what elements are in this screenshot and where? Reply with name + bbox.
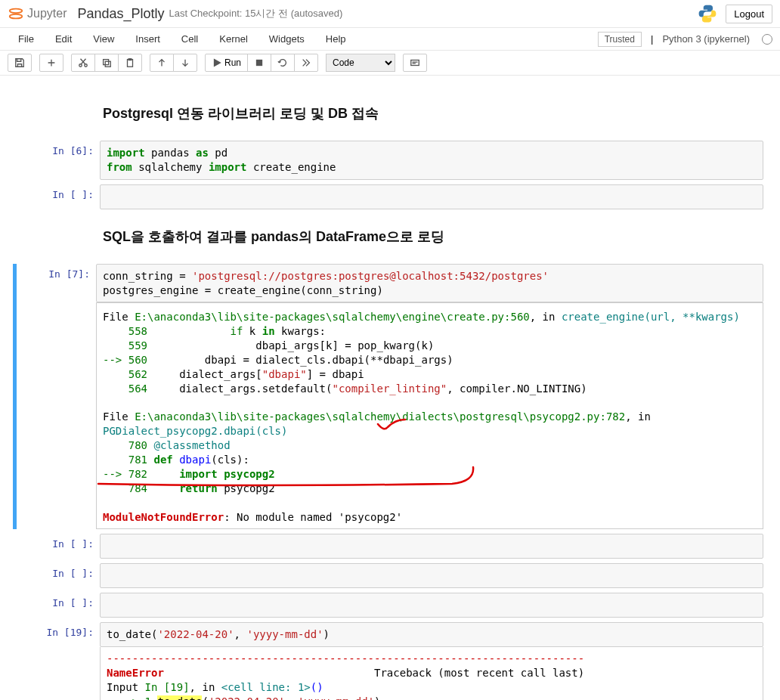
run-label: Run bbox=[224, 57, 241, 68]
code-input[interactable]: import pandas as pd from sqlalchemy impo… bbox=[100, 141, 763, 180]
cell-prompt bbox=[17, 214, 100, 259]
cell-prompt: In [ ]: bbox=[17, 534, 100, 559]
markdown-cell[interactable]: SQL을 호출하여 결과를 pandas의 DataFrame으로 로딩 bbox=[17, 214, 763, 259]
cell-prompt bbox=[17, 91, 100, 136]
move-down-button[interactable] bbox=[173, 54, 197, 72]
cell-prompt: In [6]: bbox=[17, 141, 100, 180]
code-input[interactable]: conn_string = 'postgresql://postgres:pos… bbox=[96, 264, 763, 303]
paste-button[interactable] bbox=[118, 54, 142, 72]
markdown-cell[interactable]: Postgresql 연동 라이브러리 로딩 및 DB 접속 bbox=[17, 91, 763, 136]
code-input[interactable] bbox=[100, 534, 763, 559]
move-up-button[interactable] bbox=[150, 54, 174, 72]
cell-prompt: In [19]: bbox=[17, 622, 100, 700]
menu-view[interactable]: View bbox=[82, 30, 125, 48]
toolbar: Run Code bbox=[0, 51, 780, 76]
code-cell[interactable]: In [19]: to_date('2022-04-20', 'yyyy-mm-… bbox=[17, 622, 763, 700]
svg-point-0 bbox=[10, 9, 23, 13]
notebook-name[interactable]: Pandas_Plotly bbox=[77, 6, 164, 22]
kernel-status-icon bbox=[762, 34, 772, 45]
md-heading: SQL을 호출하여 결과를 pandas의 DataFrame으로 로딩 bbox=[103, 228, 760, 246]
cell-prompt: In [7]: bbox=[17, 264, 96, 530]
svg-rect-9 bbox=[411, 60, 419, 66]
python-icon bbox=[697, 3, 718, 24]
code-cell[interactable]: In [ ]: bbox=[17, 563, 763, 588]
menubar: File Edit View Insert Cell Kernel Widget… bbox=[0, 28, 780, 51]
interrupt-button[interactable] bbox=[247, 54, 271, 72]
menu-kernel[interactable]: Kernel bbox=[209, 30, 258, 48]
save-button[interactable] bbox=[8, 54, 32, 72]
notebook-header: Jupyter Pandas_Plotly Last Checkpoint: 1… bbox=[0, 0, 780, 28]
code-input[interactable] bbox=[100, 563, 763, 588]
traceback-output: 308 ) --> 309 return fn(*args, **kwargs)… bbox=[97, 302, 763, 528]
svg-rect-5 bbox=[105, 61, 110, 67]
code-input[interactable] bbox=[100, 593, 763, 618]
kernel-name[interactable]: Python 3 (ipykernel) bbox=[662, 33, 750, 45]
menu-file[interactable]: File bbox=[8, 30, 45, 48]
jupyter-icon bbox=[8, 5, 24, 22]
output-area-scrolled[interactable]: 308 ) --> 309 return fn(*args, **kwargs)… bbox=[96, 302, 763, 529]
code-cell-selected[interactable]: In [7]: conn_string = 'postgresql://post… bbox=[13, 264, 763, 530]
code-cell[interactable]: In [ ]: bbox=[17, 534, 763, 559]
restart-run-all-button[interactable] bbox=[294, 54, 318, 72]
cell-prompt: In [ ]: bbox=[17, 563, 100, 588]
svg-rect-8 bbox=[257, 60, 262, 66]
svg-point-3 bbox=[85, 64, 88, 67]
kernel-divider: | bbox=[651, 33, 653, 45]
code-cell[interactable]: In [ ]: bbox=[17, 593, 763, 618]
code-input[interactable] bbox=[100, 184, 763, 209]
run-button[interactable]: Run bbox=[205, 54, 248, 72]
svg-point-2 bbox=[79, 64, 82, 67]
restart-button[interactable] bbox=[271, 54, 295, 72]
cut-button[interactable] bbox=[71, 54, 95, 72]
cell-prompt: In [ ]: bbox=[17, 593, 100, 618]
menu-cell[interactable]: Cell bbox=[171, 30, 209, 48]
checkpoint-text: Last Checkpoint: 15시간 전 (autosaved) bbox=[169, 7, 343, 20]
notebook-container: Postgresql 연동 라이브러리 로딩 및 DB 접속 In [6]: i… bbox=[8, 76, 772, 700]
menu-help[interactable]: Help bbox=[315, 30, 357, 48]
code-cell[interactable]: In [6]: import pandas as pd from sqlalch… bbox=[17, 141, 763, 180]
cell-prompt: In [ ]: bbox=[17, 184, 100, 209]
copy-button[interactable] bbox=[94, 54, 119, 72]
md-heading: Postgresql 연동 라이브러리 로딩 및 DB 접속 bbox=[103, 104, 760, 122]
cell-type-select[interactable]: Code bbox=[326, 54, 395, 72]
trusted-badge[interactable]: Trusted bbox=[598, 32, 642, 47]
code-input[interactable]: to_date('2022-04-20', 'yyyy-mm-dd') bbox=[100, 622, 763, 647]
menu-widgets[interactable]: Widgets bbox=[258, 30, 315, 48]
menu-insert[interactable]: Insert bbox=[125, 30, 171, 48]
traceback-output: ----------------------------------------… bbox=[100, 647, 763, 700]
logout-button[interactable]: Logout bbox=[726, 5, 772, 23]
add-cell-button[interactable] bbox=[39, 54, 63, 72]
svg-point-1 bbox=[10, 14, 23, 18]
logo-text: Jupyter bbox=[27, 7, 67, 20]
svg-rect-4 bbox=[104, 60, 109, 65]
command-palette-button[interactable] bbox=[403, 54, 427, 72]
jupyter-logo[interactable]: Jupyter bbox=[8, 5, 67, 22]
code-cell[interactable]: In [ ]: bbox=[17, 184, 763, 209]
menu-edit[interactable]: Edit bbox=[45, 30, 82, 48]
